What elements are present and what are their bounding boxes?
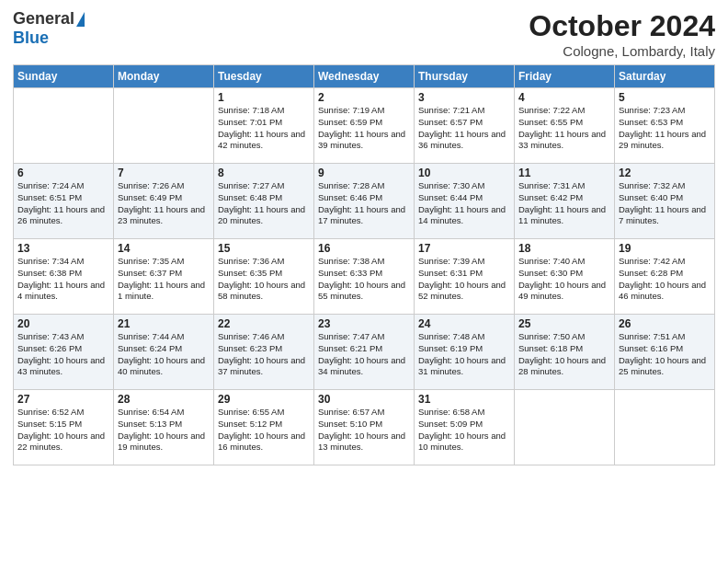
day-number: 28 (118, 393, 210, 406)
day-info: Sunrise: 7:51 AM Sunset: 6:16 PM Dayligh… (619, 331, 711, 378)
day-info: Sunrise: 6:52 AM Sunset: 5:15 PM Dayligh… (17, 407, 109, 454)
day-info: Sunrise: 6:58 AM Sunset: 5:09 PM Dayligh… (418, 407, 510, 454)
calendar-cell (114, 88, 214, 164)
logo-general: General (13, 9, 74, 29)
calendar-cell: 2Sunrise: 7:19 AM Sunset: 6:59 PM Daylig… (314, 88, 415, 164)
day-info: Sunrise: 7:24 AM Sunset: 6:51 PM Dayligh… (17, 180, 109, 227)
weekday-header: Thursday (415, 65, 515, 88)
day-number: 9 (318, 167, 410, 179)
calendar-cell: 24Sunrise: 7:48 AM Sunset: 6:19 PM Dayli… (415, 315, 515, 390)
day-info: Sunrise: 7:46 AM Sunset: 6:23 PM Dayligh… (218, 331, 310, 378)
calendar-cell (615, 390, 715, 465)
day-number: 7 (118, 167, 210, 179)
day-number: 16 (318, 242, 410, 255)
day-info: Sunrise: 7:26 AM Sunset: 6:49 PM Dayligh… (118, 180, 210, 227)
calendar-cell: 26Sunrise: 7:51 AM Sunset: 6:16 PM Dayli… (615, 315, 715, 390)
day-info: Sunrise: 7:31 AM Sunset: 6:42 PM Dayligh… (518, 180, 610, 227)
calendar-cell: 17Sunrise: 7:39 AM Sunset: 6:31 PM Dayli… (415, 239, 515, 315)
day-info: Sunrise: 6:57 AM Sunset: 5:10 PM Dayligh… (318, 407, 410, 454)
header: General Blue October 2024 Cologne, Lomba… (13, 9, 715, 59)
calendar-cell: 29Sunrise: 6:55 AM Sunset: 5:12 PM Dayli… (214, 390, 314, 465)
day-number: 26 (619, 317, 711, 330)
day-number: 17 (418, 242, 510, 255)
location: Cologne, Lombardy, Italy (529, 43, 715, 59)
day-number: 12 (619, 167, 711, 179)
calendar-cell: 7Sunrise: 7:26 AM Sunset: 6:49 PM Daylig… (114, 164, 214, 239)
day-info: Sunrise: 7:47 AM Sunset: 6:21 PM Dayligh… (318, 331, 410, 378)
day-number: 14 (118, 242, 210, 255)
day-number: 8 (218, 167, 310, 179)
day-info: Sunrise: 7:34 AM Sunset: 6:38 PM Dayligh… (17, 256, 109, 303)
day-info: Sunrise: 6:55 AM Sunset: 5:12 PM Dayligh… (218, 407, 310, 454)
day-number: 21 (118, 317, 210, 330)
day-info: Sunrise: 7:35 AM Sunset: 6:37 PM Dayligh… (118, 256, 210, 303)
day-number: 3 (418, 91, 510, 104)
day-info: Sunrise: 7:36 AM Sunset: 6:35 PM Dayligh… (218, 256, 310, 303)
calendar-cell: 8Sunrise: 7:27 AM Sunset: 6:48 PM Daylig… (214, 164, 314, 239)
day-number: 15 (218, 242, 310, 255)
weekday-header: Tuesday (214, 65, 314, 88)
calendar-table: SundayMondayTuesdayWednesdayThursdayFrid… (13, 64, 715, 465)
day-number: 31 (418, 393, 510, 406)
day-number: 29 (218, 393, 310, 406)
day-info: Sunrise: 7:28 AM Sunset: 6:46 PM Dayligh… (318, 180, 410, 227)
day-number: 22 (218, 317, 310, 330)
calendar-cell: 11Sunrise: 7:31 AM Sunset: 6:42 PM Dayli… (515, 164, 615, 239)
calendar-cell: 20Sunrise: 7:43 AM Sunset: 6:26 PM Dayli… (14, 315, 114, 390)
logo: General Blue (13, 9, 85, 48)
day-number: 11 (518, 167, 610, 179)
day-info: Sunrise: 7:19 AM Sunset: 6:59 PM Dayligh… (318, 105, 410, 152)
day-info: Sunrise: 7:44 AM Sunset: 6:24 PM Dayligh… (118, 331, 210, 378)
day-info: Sunrise: 7:43 AM Sunset: 6:26 PM Dayligh… (17, 331, 109, 378)
day-number: 18 (518, 242, 610, 255)
day-number: 2 (318, 91, 410, 104)
weekday-header: Friday (515, 65, 615, 88)
day-info: Sunrise: 7:40 AM Sunset: 6:30 PM Dayligh… (518, 256, 610, 303)
calendar-cell: 21Sunrise: 7:44 AM Sunset: 6:24 PM Dayli… (114, 315, 214, 390)
day-info: Sunrise: 7:39 AM Sunset: 6:31 PM Dayligh… (418, 256, 510, 303)
day-number: 10 (418, 167, 510, 179)
calendar-cell: 25Sunrise: 7:50 AM Sunset: 6:18 PM Dayli… (515, 315, 615, 390)
calendar-cell: 12Sunrise: 7:32 AM Sunset: 6:40 PM Dayli… (615, 164, 715, 239)
day-info: Sunrise: 7:30 AM Sunset: 6:44 PM Dayligh… (418, 180, 510, 227)
calendar-cell: 3Sunrise: 7:21 AM Sunset: 6:57 PM Daylig… (415, 88, 515, 164)
day-number: 27 (17, 393, 109, 406)
day-info: Sunrise: 7:50 AM Sunset: 6:18 PM Dayligh… (518, 331, 610, 378)
day-number: 4 (518, 91, 610, 104)
calendar-week-row: 20Sunrise: 7:43 AM Sunset: 6:26 PM Dayli… (14, 315, 715, 390)
day-number: 20 (17, 317, 109, 330)
logo-triangle-icon (76, 12, 85, 27)
calendar-cell: 6Sunrise: 7:24 AM Sunset: 6:51 PM Daylig… (14, 164, 114, 239)
calendar-cell: 13Sunrise: 7:34 AM Sunset: 6:38 PM Dayli… (14, 239, 114, 315)
calendar-cell: 27Sunrise: 6:52 AM Sunset: 5:15 PM Dayli… (14, 390, 114, 465)
day-info: Sunrise: 7:23 AM Sunset: 6:53 PM Dayligh… (619, 105, 711, 152)
day-number: 30 (318, 393, 410, 406)
calendar-cell: 10Sunrise: 7:30 AM Sunset: 6:44 PM Dayli… (415, 164, 515, 239)
calendar-cell: 9Sunrise: 7:28 AM Sunset: 6:46 PM Daylig… (314, 164, 415, 239)
weekday-header: Wednesday (314, 65, 415, 88)
calendar-cell: 1Sunrise: 7:18 AM Sunset: 7:01 PM Daylig… (214, 88, 314, 164)
calendar-week-row: 1Sunrise: 7:18 AM Sunset: 7:01 PM Daylig… (14, 88, 715, 164)
page-container: General Blue October 2024 Cologne, Lomba… (0, 0, 728, 475)
day-number: 6 (17, 167, 109, 179)
day-info: Sunrise: 7:27 AM Sunset: 6:48 PM Dayligh… (218, 180, 310, 227)
calendar-cell: 31Sunrise: 6:58 AM Sunset: 5:09 PM Dayli… (415, 390, 515, 465)
calendar-week-row: 13Sunrise: 7:34 AM Sunset: 6:38 PM Dayli… (14, 239, 715, 315)
calendar-cell: 15Sunrise: 7:36 AM Sunset: 6:35 PM Dayli… (214, 239, 314, 315)
calendar-cell: 23Sunrise: 7:47 AM Sunset: 6:21 PM Dayli… (314, 315, 415, 390)
calendar-cell (515, 390, 615, 465)
day-number: 23 (318, 317, 410, 330)
day-info: Sunrise: 7:48 AM Sunset: 6:19 PM Dayligh… (418, 331, 510, 378)
day-number: 25 (518, 317, 610, 330)
header-row: SundayMondayTuesdayWednesdayThursdayFrid… (14, 65, 715, 88)
calendar-cell: 14Sunrise: 7:35 AM Sunset: 6:37 PM Dayli… (114, 239, 214, 315)
calendar-cell: 28Sunrise: 6:54 AM Sunset: 5:13 PM Dayli… (114, 390, 214, 465)
calendar-cell: 19Sunrise: 7:42 AM Sunset: 6:28 PM Dayli… (615, 239, 715, 315)
day-info: Sunrise: 7:32 AM Sunset: 6:40 PM Dayligh… (619, 180, 711, 227)
day-info: Sunrise: 7:18 AM Sunset: 7:01 PM Dayligh… (218, 105, 310, 152)
weekday-header: Monday (114, 65, 214, 88)
month-title: October 2024 (529, 9, 715, 43)
calendar-cell: 5Sunrise: 7:23 AM Sunset: 6:53 PM Daylig… (615, 88, 715, 164)
day-info: Sunrise: 7:21 AM Sunset: 6:57 PM Dayligh… (418, 105, 510, 152)
calendar-cell: 4Sunrise: 7:22 AM Sunset: 6:55 PM Daylig… (515, 88, 615, 164)
